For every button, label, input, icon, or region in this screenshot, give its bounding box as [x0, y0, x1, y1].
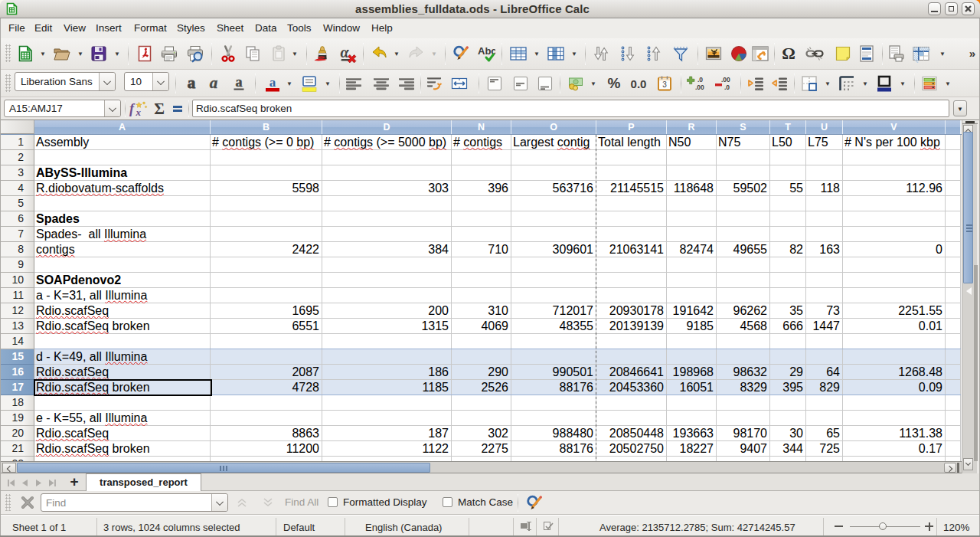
svg-text:.0: .0 — [697, 76, 703, 83]
svg-text:Ω: Ω — [782, 44, 795, 63]
svg-text:x: x — [136, 106, 142, 118]
svg-text:.00: .00 — [721, 76, 730, 83]
svg-text:0.0: 0.0 — [631, 77, 647, 90]
svg-text:%: % — [608, 75, 621, 91]
svg-text:a: a — [236, 74, 243, 90]
svg-text:a: a — [188, 74, 196, 92]
svg-text:»: » — [969, 47, 975, 60]
svg-text:.0: .0 — [724, 83, 730, 91]
svg-text:3: 3 — [662, 80, 667, 89]
svg-text:.00: .00 — [695, 83, 704, 91]
svg-text:a: a — [270, 75, 276, 90]
svg-text:a: a — [210, 74, 218, 92]
svg-text:α: α — [341, 44, 350, 61]
svg-text:Σ: Σ — [154, 100, 165, 118]
svg-text:f: f — [129, 101, 136, 116]
